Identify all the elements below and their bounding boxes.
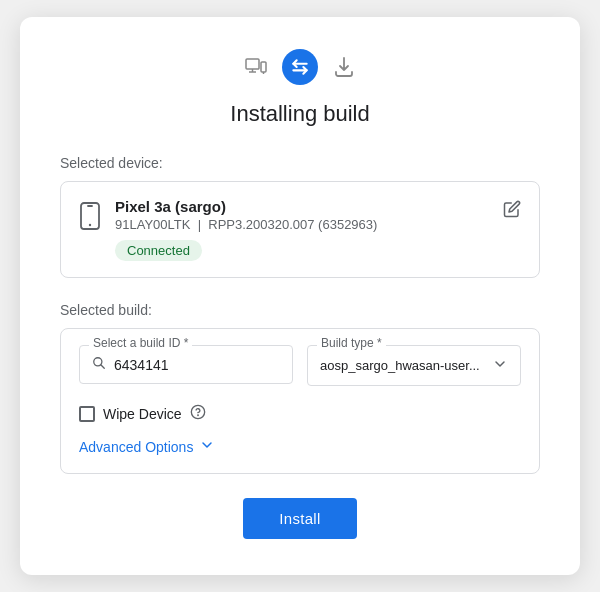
wipe-device-label: Wipe Device <box>103 406 182 422</box>
device-separator: | <box>194 217 208 232</box>
device-meta: 91LAY00LTK | RPP3.200320.007 (6352963) <box>115 217 489 232</box>
edit-icon[interactable] <box>503 200 521 223</box>
device-build: RPP3.200320.007 (6352963) <box>208 217 377 232</box>
help-icon[interactable] <box>190 404 206 423</box>
build-section-label: Selected build: <box>60 302 540 318</box>
page-title: Installing build <box>60 101 540 127</box>
wipe-device-checkbox[interactable] <box>79 406 95 422</box>
chevron-down-icon <box>199 437 215 457</box>
install-button[interactable]: Install <box>243 498 356 539</box>
svg-point-13 <box>197 415 198 416</box>
search-icon <box>92 356 106 373</box>
svg-rect-3 <box>261 62 266 72</box>
installing-build-dialog: Installing build Selected device: Pixel … <box>20 17 580 575</box>
build-id-input[interactable]: 6434141 <box>79 345 293 384</box>
build-id-field[interactable]: Select a build ID * 6434141 <box>79 345 293 386</box>
svg-point-9 <box>89 224 91 226</box>
advanced-options-label: Advanced Options <box>79 439 193 455</box>
build-id-value: 6434141 <box>114 357 169 373</box>
device-name: Pixel 3a (sargo) <box>115 198 489 215</box>
svg-rect-0 <box>246 59 259 69</box>
wipe-device-row: Wipe Device <box>79 404 521 423</box>
build-type-label: Build type * <box>317 336 386 350</box>
device-step-icon <box>238 49 274 85</box>
advanced-options-toggle[interactable]: Advanced Options <box>79 437 521 457</box>
device-id: 91LAY00LTK <box>115 217 190 232</box>
svg-line-11 <box>101 365 104 368</box>
device-section-label: Selected device: <box>60 155 540 171</box>
build-type-value: aosp_sargo_hwasan-user... <box>320 358 480 373</box>
build-type-select[interactable]: aosp_sargo_hwasan-user... <box>307 345 521 386</box>
build-type-field[interactable]: Build type * aosp_sargo_hwasan-user... <box>307 345 521 386</box>
connected-badge: Connected <box>115 240 202 261</box>
build-row: Select a build ID * 6434141 Build type *… <box>79 345 521 386</box>
device-info: Pixel 3a (sargo) 91LAY00LTK | RPP3.20032… <box>115 198 489 261</box>
build-id-label: Select a build ID * <box>89 336 192 350</box>
phone-icon <box>79 202 101 236</box>
download-step-icon <box>326 49 362 85</box>
transfer-step-icon <box>282 49 318 85</box>
device-card: Pixel 3a (sargo) 91LAY00LTK | RPP3.20032… <box>60 181 540 278</box>
stepper <box>60 49 540 85</box>
dropdown-icon <box>492 356 508 375</box>
build-card: Select a build ID * 6434141 Build type *… <box>60 328 540 474</box>
